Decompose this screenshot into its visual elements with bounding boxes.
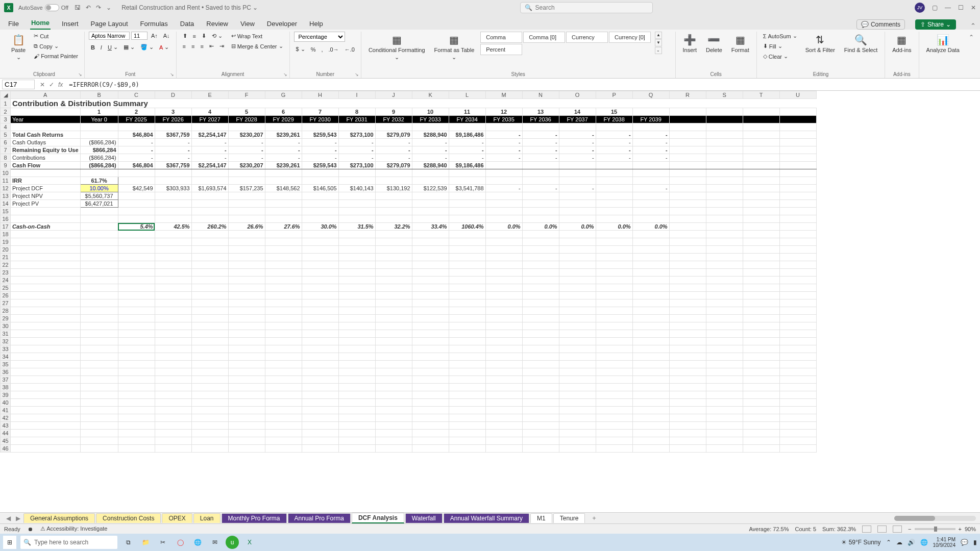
cell[interactable] <box>155 208 191 215</box>
cell[interactable] <box>375 277 412 284</box>
cell[interactable]: $130,192 <box>375 185 412 192</box>
cell[interactable] <box>706 116 743 123</box>
cell[interactable]: 2 <box>118 108 155 116</box>
cell[interactable] <box>228 361 265 368</box>
cell[interactable]: 14 <box>559 108 596 116</box>
cell[interactable] <box>485 399 522 407</box>
cut-button[interactable]: ✂Cut <box>32 32 80 40</box>
cell[interactable] <box>559 391 596 399</box>
worksheet-grid[interactable]: ◢ABCDEFGHIJKLMNOPQRSTU1Contribution & Di… <box>0 91 980 512</box>
cell[interactable] <box>118 200 155 208</box>
cell[interactable] <box>118 192 155 200</box>
cell[interactable] <box>669 162 706 169</box>
cell[interactable] <box>522 277 559 284</box>
cell[interactable] <box>11 277 81 284</box>
cell[interactable]: - <box>302 146 338 154</box>
row-header[interactable]: 2 <box>1 108 11 116</box>
cell[interactable] <box>191 322 228 330</box>
cell[interactable] <box>596 284 632 292</box>
cell[interactable] <box>559 368 596 376</box>
cell[interactable] <box>375 215 412 223</box>
cell[interactable] <box>338 307 375 315</box>
tab-developer[interactable]: Developer <box>266 18 298 30</box>
cell[interactable] <box>191 345 228 353</box>
cell[interactable] <box>11 108 81 116</box>
cell[interactable] <box>118 414 155 422</box>
cell[interactable] <box>485 254 522 261</box>
cell[interactable] <box>522 307 559 315</box>
cell[interactable]: 3 <box>155 108 191 116</box>
cell[interactable] <box>338 215 375 223</box>
comments-button[interactable]: 💬 Comments <box>856 19 905 30</box>
snip-icon[interactable]: ✂ <box>156 536 169 549</box>
cell[interactable]: - <box>559 185 596 192</box>
normal-view-button[interactable] <box>862 525 871 533</box>
cell[interactable] <box>118 299 155 307</box>
cell[interactable] <box>669 231 706 238</box>
cell[interactable]: - <box>449 139 485 146</box>
cell[interactable] <box>449 437 485 445</box>
cell[interactable] <box>485 169 522 177</box>
cell[interactable] <box>155 292 191 299</box>
tab-view[interactable]: View <box>239 18 256 30</box>
cell[interactable] <box>632 368 669 376</box>
cell[interactable] <box>706 345 743 353</box>
col-header[interactable]: R <box>669 91 706 99</box>
cell[interactable] <box>375 169 412 177</box>
cell[interactable] <box>632 399 669 407</box>
cell[interactable] <box>228 231 265 238</box>
cell[interactable] <box>375 384 412 391</box>
row-header[interactable]: 23 <box>1 269 11 277</box>
sheet-tab[interactable]: General Assumptions <box>23 513 95 523</box>
row-header[interactable]: 26 <box>1 292 11 299</box>
weather-widget[interactable]: ☀ 59°F Sunny <box>841 539 880 546</box>
cell[interactable] <box>449 208 485 215</box>
cell[interactable] <box>265 430 302 437</box>
col-header[interactable]: T <box>743 91 779 99</box>
cell[interactable] <box>706 139 743 146</box>
cell[interactable] <box>596 437 632 445</box>
cell[interactable] <box>632 123 669 131</box>
cell[interactable] <box>11 246 81 254</box>
cell[interactable] <box>669 238 706 246</box>
cell[interactable]: FY 2038 <box>596 116 632 123</box>
cell[interactable] <box>779 353 816 361</box>
cell[interactable] <box>338 414 375 422</box>
cell[interactable] <box>596 361 632 368</box>
cell[interactable] <box>706 238 743 246</box>
cell[interactable] <box>155 269 191 277</box>
cell[interactable] <box>412 238 449 246</box>
cell[interactable] <box>338 169 375 177</box>
cell[interactable]: Cash Outlays <box>11 139 81 146</box>
cell[interactable] <box>779 422 816 430</box>
cell[interactable] <box>375 123 412 131</box>
row-header[interactable]: 11 <box>1 177 11 185</box>
cell[interactable] <box>375 261 412 269</box>
cell[interactable] <box>375 238 412 246</box>
cell[interactable] <box>302 376 338 384</box>
cell[interactable] <box>155 307 191 315</box>
cell[interactable] <box>412 445 449 453</box>
cell[interactable] <box>11 254 81 261</box>
cell[interactable]: - <box>632 131 669 139</box>
cell[interactable]: 26.6% <box>228 223 265 231</box>
start-button[interactable]: ⊞ <box>3 536 16 549</box>
cell[interactable]: - <box>302 139 338 146</box>
cell[interactable]: $259,543 <box>302 131 338 139</box>
cell[interactable] <box>485 277 522 284</box>
cell[interactable] <box>596 445 632 453</box>
cell[interactable]: $46,804 <box>118 131 155 139</box>
cell[interactable]: - <box>302 154 338 162</box>
cell[interactable] <box>632 345 669 353</box>
cell[interactable] <box>191 215 228 223</box>
cell[interactable] <box>779 368 816 376</box>
cell[interactable] <box>375 399 412 407</box>
cell[interactable] <box>80 215 118 223</box>
cell[interactable] <box>632 384 669 391</box>
cell[interactable] <box>228 330 265 338</box>
cell[interactable] <box>302 353 338 361</box>
cell[interactable] <box>449 215 485 223</box>
cell[interactable] <box>80 123 118 131</box>
share-button[interactable]: ⇪ Share ⌄ <box>915 19 956 30</box>
decrease-indent-button[interactable]: ⇤ <box>207 42 216 51</box>
